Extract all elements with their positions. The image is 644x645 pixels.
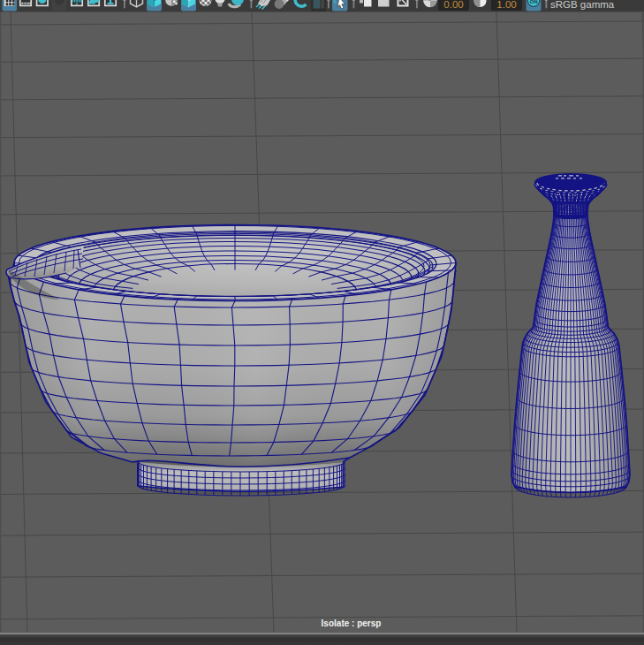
svg-text:sRGB gamma: sRGB gamma — [550, 0, 615, 10]
svg-text:0.00: 0.00 — [443, 0, 463, 10]
svg-text:1.00: 1.00 — [496, 0, 516, 10]
svg-text:ON: ON — [530, 0, 538, 4]
